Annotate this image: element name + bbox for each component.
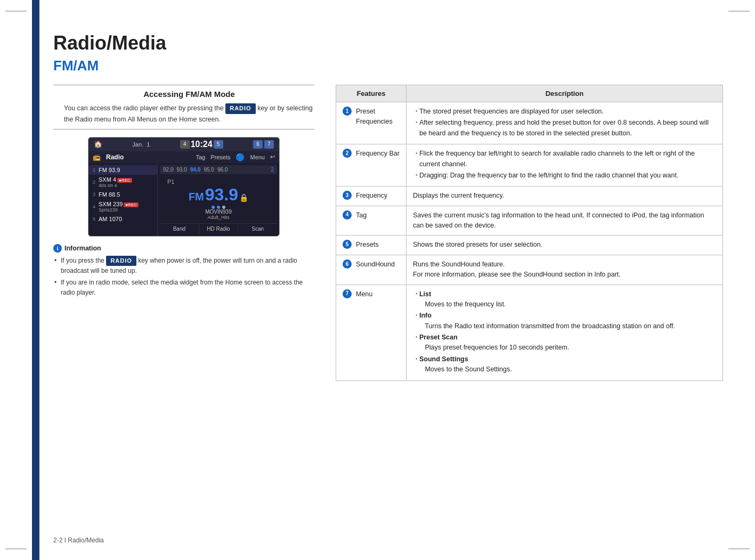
preset-item-1: 1 FM 93.9 bbox=[88, 165, 157, 175]
accessing-text-before: You can access the radio player either b… bbox=[64, 104, 224, 112]
radio-main-display: 92.0 93.0 94.0 95.0 96.0 2 P1 bbox=[158, 163, 279, 236]
radio-menu-bar: 📻 Radio Tag Presets 🔵 Menu ↩ bbox=[88, 151, 279, 163]
feature-name-3: Frequency bbox=[356, 191, 387, 201]
lock-icon: 🔒 bbox=[239, 193, 248, 202]
menu-back: ↩ bbox=[270, 153, 275, 160]
feature-cell-3: 3 Frequency bbox=[336, 186, 407, 206]
signal-dot-1 bbox=[212, 206, 215, 209]
feature-num-3: 3 bbox=[343, 191, 352, 200]
hd-radio-button: HD Radio bbox=[199, 224, 239, 234]
table-row-6: 6 SoundHound Runs the SoundHound feature… bbox=[336, 255, 723, 285]
desc-cell-1: The stored preset frequencies are displa… bbox=[406, 102, 722, 144]
page-title: Radio/Media bbox=[53, 32, 723, 54]
accessing-text: You can access the radio player either b… bbox=[64, 103, 314, 125]
fm-label: FM bbox=[189, 191, 204, 203]
freq-92: 92.0 bbox=[163, 167, 173, 173]
num-box-4: 4 bbox=[180, 140, 190, 149]
preset-item-3: 3 FM 88.5 bbox=[88, 190, 157, 199]
desc-1-item-1: The stored preset frequencies are displa… bbox=[413, 107, 716, 117]
feature-table: Features Description 1 PresetFrequencies bbox=[336, 85, 723, 381]
feature-num-7: 7 bbox=[343, 289, 352, 298]
desc-5-plain: Shows the stored presets for user select… bbox=[413, 241, 542, 248]
table-header-features: Features bbox=[336, 85, 407, 102]
corner-decoration-tr bbox=[728, 11, 750, 12]
main-freq-display: P1 FM 93.9 🔒 bbox=[160, 176, 277, 221]
frequency-bar: 92.0 93.0 94.0 95.0 96.0 2 bbox=[160, 165, 277, 174]
table-row-3: 3 Frequency Displays the current frequen… bbox=[336, 186, 723, 206]
home-icon: 🏠 bbox=[94, 140, 102, 148]
radio-ui-mockup: 🏠 Jan. 1 4 10:24 5 6 7 📻 Radio bbox=[88, 137, 280, 237]
desc-1-item-2: After selecting frequency, press and hol… bbox=[413, 118, 716, 139]
feature-num-2: 2 bbox=[343, 149, 352, 158]
section-title: FM/AM bbox=[53, 58, 723, 74]
table-row-5: 5 Presets Shows the stored presets for u… bbox=[336, 236, 723, 255]
desc-7-item-3: Preset Scan Plays preset frequencies for… bbox=[413, 332, 716, 353]
num-box-7: 7 bbox=[264, 140, 274, 149]
accessing-title: Accessing FM/AM Mode bbox=[64, 90, 314, 99]
feature-cell-6: 6 SoundHound bbox=[336, 255, 407, 285]
genre: Adult_Hits bbox=[162, 215, 275, 220]
feature-cell-5: 5 Presets bbox=[336, 236, 407, 255]
menu-presets: Presets bbox=[210, 154, 230, 160]
desc-3-plain: Displays the current frequency. bbox=[413, 192, 504, 199]
info-item-1: If you press the RADIO key when power is… bbox=[53, 256, 314, 276]
preset-p1: P1 bbox=[167, 178, 174, 185]
info-title: i Information bbox=[53, 244, 314, 253]
preset-item-5: 5 AM 1070 bbox=[88, 214, 157, 224]
freq-94: 94.0 bbox=[190, 167, 200, 173]
radio-presets-list: 1 FM 93.9 2 SXM 4●REC 40s on 4 3 bbox=[88, 163, 158, 236]
freq-95: 95.0 bbox=[204, 167, 214, 173]
corner-decoration-tl bbox=[5, 11, 27, 12]
table-row-1: 1 PresetFrequencies The stored preset fr… bbox=[336, 102, 723, 144]
radio-label: Radio bbox=[106, 153, 124, 161]
feature-name-7: Menu bbox=[356, 289, 372, 299]
radio-badge: RADIO bbox=[225, 103, 255, 114]
radio-badge-inline: RADIO bbox=[106, 256, 136, 266]
feature-name-5: Presets bbox=[356, 240, 378, 250]
left-column: Accessing FM/AM Mode You can access the … bbox=[53, 85, 314, 381]
corner-decoration-br bbox=[728, 548, 750, 549]
radio-action-buttons: Band HD Radio Scan bbox=[160, 223, 277, 234]
radio-top-bar: 🏠 Jan. 1 4 10:24 5 6 7 bbox=[88, 137, 279, 151]
desc-4-plain: Saves the current music's tag informatio… bbox=[413, 212, 704, 229]
table-row-2: 2 Frequency Bar Flick the frequency bar … bbox=[336, 144, 723, 186]
feature-cell-1: 1 PresetFrequencies bbox=[336, 102, 407, 144]
feature-name-4: Tag bbox=[356, 210, 367, 221]
desc-7-item-1: List Moves to the frequency list. bbox=[413, 289, 716, 310]
info-item-2: If you are in radio mode, select the med… bbox=[53, 278, 314, 297]
radio-time: 10:24 bbox=[191, 140, 213, 149]
desc-cell-2: Flick the frequency bar left/right to se… bbox=[406, 144, 722, 186]
signal-dot-2 bbox=[217, 206, 220, 209]
radio-date: Jan. 1 bbox=[132, 141, 150, 148]
num-box-6: 6 bbox=[253, 140, 263, 149]
feature-name-2: Frequency Bar bbox=[356, 149, 400, 159]
feature-num-4: 4 bbox=[343, 210, 352, 220]
preset-item-4: 4 SXM 239●REC Sprts239 bbox=[88, 199, 157, 214]
feature-name-6: SoundHound bbox=[356, 259, 395, 270]
signal-dot-3 bbox=[222, 206, 225, 209]
band-button: Band bbox=[160, 224, 199, 234]
table-row-4: 4 Tag Saves the current music's tag info… bbox=[336, 206, 723, 236]
station-name: MOVIN939 bbox=[162, 209, 275, 215]
feature-num-6: 6 bbox=[343, 259, 352, 269]
preset-item-2: 2 SXM 4●REC 40s on 4 bbox=[88, 175, 157, 190]
feature-num-1: 1 bbox=[343, 107, 352, 116]
corner-decoration-bl bbox=[5, 548, 27, 549]
feature-cell-2: 2 Frequency Bar bbox=[336, 144, 407, 186]
desc-cell-4: Saves the current music's tag informatio… bbox=[406, 206, 722, 236]
desc-2-item-1: Flick the frequency bar left/right to se… bbox=[413, 149, 716, 169]
desc-cell-3: Displays the current frequency. bbox=[406, 186, 722, 206]
feature-num-5: 5 bbox=[343, 240, 352, 249]
num-box-5: 5 bbox=[214, 140, 223, 149]
info-icon: i bbox=[53, 244, 62, 253]
feature-cell-4: 4 Tag bbox=[336, 206, 407, 236]
desc-list-2: Flick the frequency bar left/right to se… bbox=[413, 149, 716, 181]
information-section: i Information If you press the RADIO key… bbox=[53, 244, 314, 298]
page-footer: 2-2 I Radio/Media bbox=[53, 537, 104, 544]
desc-cell-5: Shows the stored presets for user select… bbox=[406, 236, 722, 255]
scan-button: Scan bbox=[238, 224, 277, 234]
table-header-description: Description bbox=[406, 85, 722, 102]
desc-7-item-2: Info Turns the Radio text information tr… bbox=[413, 311, 716, 331]
menu-tag: Tag bbox=[196, 154, 205, 160]
frequency-display: 93.9 bbox=[205, 185, 238, 205]
